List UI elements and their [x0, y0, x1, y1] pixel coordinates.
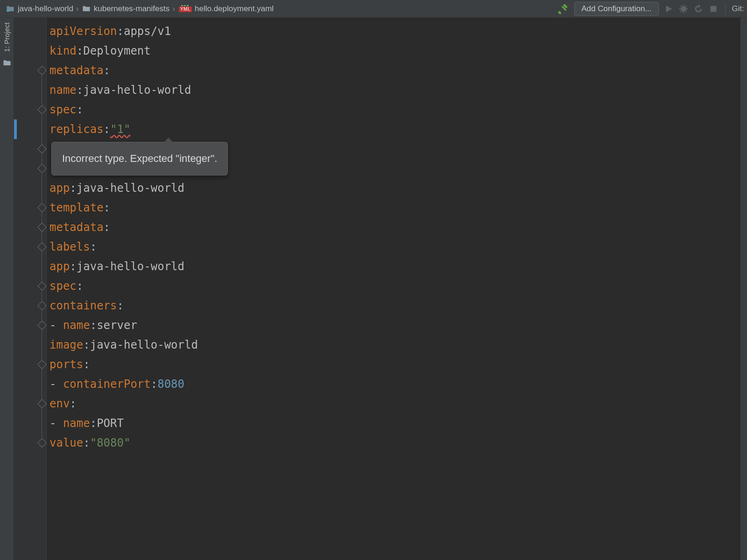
- code-line[interactable]: value: "8080": [49, 433, 130, 453]
- fold-toggle-icon[interactable]: [37, 360, 47, 369]
- top-toolbar: java-hello-world › kubernetes-manifests …: [0, 0, 747, 18]
- caret-line-marker: [14, 119, 17, 139]
- code-line[interactable]: kind: Deployment: [49, 41, 151, 61]
- breadcrumb: java-hello-world › kubernetes-manifests …: [6, 4, 274, 14]
- folder-icon[interactable]: [2, 58, 12, 70]
- fold-toggle-icon[interactable]: [37, 144, 47, 154]
- code-line[interactable]: replicas: "1": [49, 119, 130, 139]
- toolbar-right: Add Configuration... Git:: [557, 2, 744, 16]
- folder-icon: [6, 4, 15, 14]
- debug-icon[interactable]: [678, 4, 689, 14]
- fold-toggle-icon[interactable]: [37, 242, 47, 252]
- editor-gutter[interactable]: [14, 18, 47, 560]
- code-line[interactable]: env:: [49, 394, 77, 413]
- stop-icon[interactable]: [708, 4, 719, 14]
- code-line[interactable]: spec:: [49, 276, 83, 296]
- code-line[interactable]: app: java-hello-world: [49, 257, 184, 276]
- vertical-scrollbar[interactable]: [740, 18, 747, 560]
- error-tooltip-text: Incorrect type. Expected "integer".: [62, 153, 217, 164]
- breadcrumb-project[interactable]: java-hello-world: [6, 4, 73, 14]
- code-line[interactable]: - name: PORT: [49, 413, 124, 433]
- chevron-right-icon: ›: [172, 4, 175, 14]
- add-configuration-button[interactable]: Add Configuration...: [574, 2, 658, 16]
- fold-toggle-icon[interactable]: [37, 164, 47, 173]
- code-line[interactable]: template:: [49, 198, 110, 217]
- rerun-icon[interactable]: [693, 4, 704, 14]
- svg-rect-0: [7, 10, 9, 12]
- run-icon[interactable]: [663, 4, 674, 14]
- fold-toggle-icon[interactable]: [37, 105, 47, 114]
- breadcrumb-project-label: java-hello-world: [18, 4, 73, 14]
- code-line[interactable]: - name: server: [49, 315, 137, 335]
- code-line[interactable]: spec:: [49, 100, 83, 119]
- code-line[interactable]: metadata:: [49, 61, 110, 80]
- fold-toggle-icon[interactable]: [37, 438, 47, 448]
- breadcrumb-folder[interactable]: kubernetes-manifests: [82, 4, 170, 14]
- fold-toggle-icon[interactable]: [37, 66, 47, 75]
- code-line[interactable]: apiVersion: apps/v1: [49, 21, 171, 41]
- fold-toggle-icon[interactable]: [37, 281, 47, 291]
- fold-toggle-icon[interactable]: [37, 321, 47, 330]
- yaml-file-icon: YML: [178, 5, 192, 12]
- code-line[interactable]: image: java-hello-world: [49, 335, 198, 355]
- chevron-right-icon: ›: [76, 4, 79, 14]
- folder-icon: [82, 4, 91, 14]
- project-tool-window-button[interactable]: 1: Project: [3, 22, 11, 52]
- fold-toggle-icon[interactable]: [37, 399, 47, 408]
- breadcrumb-folder-label: kubernetes-manifests: [94, 4, 170, 14]
- code-line[interactable]: metadata:: [49, 217, 110, 237]
- build-icon[interactable]: [557, 3, 570, 15]
- code-line[interactable]: - containerPort: 8080: [49, 374, 184, 394]
- code-line[interactable]: app: java-hello-world: [49, 178, 184, 198]
- breadcrumb-file-label: hello.deployment.yaml: [195, 4, 274, 14]
- code-line[interactable]: name: java-hello-world: [49, 80, 191, 100]
- code-line[interactable]: labels:: [49, 237, 97, 257]
- separator: [725, 3, 726, 15]
- fold-toggle-icon[interactable]: [37, 223, 47, 232]
- code-area[interactable]: Incorrect type. Expected "integer". apiV…: [47, 18, 747, 560]
- fold-toggle-icon[interactable]: [37, 301, 47, 310]
- editor[interactable]: Incorrect type. Expected "integer". apiV…: [14, 18, 747, 560]
- code-line[interactable]: containers:: [49, 296, 124, 315]
- code-line[interactable]: ports:: [49, 355, 90, 374]
- fold-toggle-icon[interactable]: [37, 203, 47, 212]
- breadcrumb-file[interactable]: YML hello.deployment.yaml: [178, 4, 274, 14]
- left-tool-stripe: 1: Project: [0, 18, 14, 560]
- git-label[interactable]: Git:: [732, 4, 744, 14]
- error-tooltip: Incorrect type. Expected "integer".: [51, 142, 228, 175]
- svg-rect-2: [710, 6, 716, 12]
